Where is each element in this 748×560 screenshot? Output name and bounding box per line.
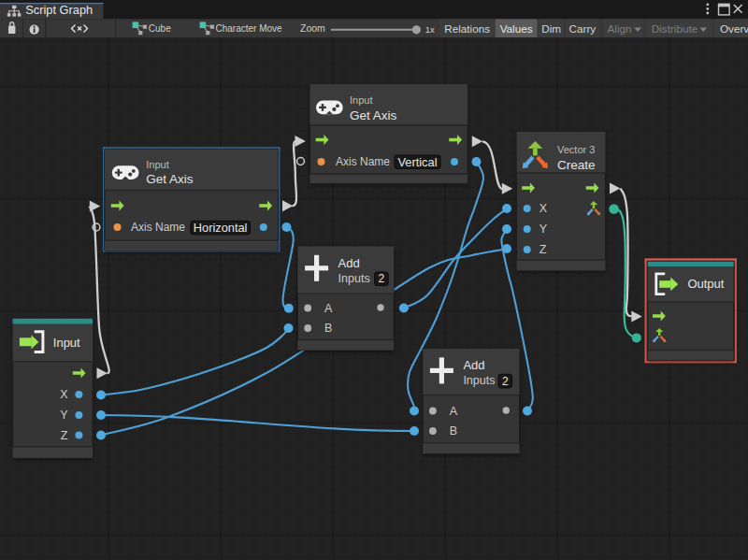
svg-text:Y: Y <box>539 223 548 236</box>
svg-text:Script Graph: Script Graph <box>25 3 93 17</box>
svg-text:Z: Z <box>539 243 547 256</box>
svg-text:X: X <box>539 202 548 215</box>
svg-text:Cube: Cube <box>149 23 171 34</box>
svg-text:Zoom: Zoom <box>300 22 325 34</box>
svg-text:2: 2 <box>379 272 385 285</box>
svg-text:Inputs: Inputs <box>463 374 495 387</box>
svg-text:Distribute: Distribute <box>652 22 698 35</box>
svg-text:Z: Z <box>61 429 68 442</box>
svg-text:Inputs: Inputs <box>338 272 370 285</box>
svg-text:X: X <box>60 388 68 401</box>
svg-text:A: A <box>450 405 458 418</box>
svg-text:Relations: Relations <box>444 22 490 35</box>
svg-text:Carry: Carry <box>569 22 597 35</box>
svg-text:Align: Align <box>608 22 632 35</box>
svg-text:Values: Values <box>500 22 533 35</box>
svg-text:Input: Input <box>53 336 80 350</box>
svg-text:Dim: Dim <box>541 22 561 35</box>
svg-text:Vector 3: Vector 3 <box>557 144 595 155</box>
svg-text:2: 2 <box>502 375 509 388</box>
svg-text:Y: Y <box>60 409 68 422</box>
svg-text:A: A <box>324 302 333 315</box>
svg-text:Axis Name: Axis Name <box>336 155 390 168</box>
svg-text:Character Move: Character Move <box>216 23 283 34</box>
svg-text:Input: Input <box>350 94 372 106</box>
svg-text:B: B <box>324 322 332 335</box>
svg-text:B: B <box>450 424 457 438</box>
svg-text:Input: Input <box>146 159 168 170</box>
svg-text:Horizontal: Horizontal <box>194 221 248 235</box>
svg-text:1x: 1x <box>425 24 435 35</box>
svg-text:Vertical: Vertical <box>398 155 438 169</box>
svg-text:Add: Add <box>338 256 360 270</box>
svg-text:Output: Output <box>687 277 724 291</box>
svg-text:Axis Name: Axis Name <box>131 221 185 234</box>
svg-text:Add: Add <box>463 358 484 372</box>
svg-text:Get Axis: Get Axis <box>146 172 194 186</box>
svg-text:Create: Create <box>557 158 596 172</box>
svg-text:Get Axis: Get Axis <box>350 108 397 122</box>
svg-text:Overvi: Overvi <box>720 22 748 35</box>
